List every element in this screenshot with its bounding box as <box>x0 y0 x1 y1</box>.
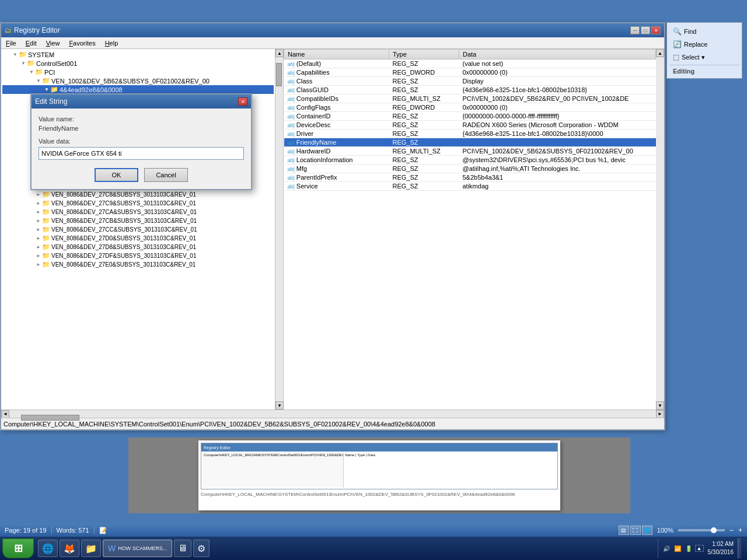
tray-icon-2[interactable]: 📶 <box>673 544 682 553</box>
zoom-percent: 100% <box>657 527 673 534</box>
full-screen-btn[interactable]: ⛶ <box>630 526 641 535</box>
print-layout-btn[interactable]: ▤ <box>619 526 629 535</box>
panel-separator <box>669 65 739 65</box>
find-button[interactable]: 🔍 Find <box>669 25 739 38</box>
word-right-panel: 🔍 Find 🔄 Replace ⬚ Select ▾ Editing <box>666 22 742 79</box>
taskbar-ie2[interactable]: 🦊 <box>60 540 79 557</box>
show-desktop-btn[interactable] <box>738 538 741 558</box>
view-buttons: ▤ ⛶ 🌐 <box>619 526 652 535</box>
taskbar: ⊞ 🌐 🦊 📁 W HOW SCAMMERS... 🖥 ⚙ 🔊 📶 🔋 ▲ 1:… <box>0 537 747 560</box>
taskbar-ie[interactable]: 🌐 <box>38 540 58 557</box>
select-icon: ⬚ <box>673 53 679 61</box>
taskbar-folder[interactable]: 📁 <box>81 540 101 557</box>
value-data-label: Value data: <box>39 138 244 145</box>
taskbar-word[interactable]: W HOW SCAMMERS... <box>103 540 172 557</box>
start-button[interactable]: ⊞ <box>2 538 34 558</box>
system-tray: 🔊 📶 🔋 ▲ 1:02 AM 5/30/2016 <box>658 538 745 558</box>
zoom-slider[interactable] <box>678 529 725 531</box>
dialog-title-text: Edit String <box>35 97 67 106</box>
dialog-cancel-button[interactable]: Cancel <box>144 168 188 182</box>
value-name-display: FriendlyName <box>39 125 244 132</box>
editing-label: Editing <box>669 66 739 76</box>
tray-icon-3[interactable]: 🔋 <box>684 544 693 553</box>
regedit-window: 🗂 Registry Editor ─ □ ✕ File Edit View F… <box>0 22 665 430</box>
web-layout-btn[interactable]: 🌐 <box>642 526 652 535</box>
page-status: Page: 19 of 19 <box>5 527 52 534</box>
dialog-overlay: Edit String ✕ Value name: FriendlyName V… <box>1 23 664 429</box>
dialog-title-bar: Edit String ✕ <box>32 94 251 108</box>
value-data-input[interactable] <box>39 147 244 160</box>
taskbar-app1[interactable]: 🖥 <box>174 540 191 557</box>
word-status-bar: Page: 19 of 19 Words: 571 📝 ▤ ⛶ 🌐 100% −… <box>0 524 747 537</box>
tray-icon-1[interactable]: 🔊 <box>662 544 671 553</box>
select-button[interactable]: ⬚ Select ▾ <box>669 51 739 64</box>
word-doc-thumbnail: Registry Editor Computer\HKEY_LOCAL_MACH… <box>128 438 630 513</box>
zoom-minus-btn[interactable]: − <box>729 526 734 534</box>
binoculars-icon: 🔍 <box>673 27 682 36</box>
zoom-thumb <box>711 527 717 533</box>
dialog-close-button[interactable]: ✕ <box>238 97 247 106</box>
words-status: Words: 571 <box>57 527 95 534</box>
taskbar-app2[interactable]: ⚙ <box>193 540 210 557</box>
edit-string-dialog: Edit String ✕ Value name: FriendlyName V… <box>30 93 252 190</box>
zoom-plus-btn[interactable]: + <box>738 526 742 534</box>
replace-button[interactable]: 🔄 Replace <box>669 38 739 51</box>
clock[interactable]: 1:02 AM 5/30/2016 <box>706 540 736 556</box>
tray-icons-overflow[interactable]: ▲ <box>695 545 704 552</box>
language-icon: 📝 <box>99 527 107 534</box>
value-name-label: Value name: <box>39 116 244 123</box>
dialog-ok-button[interactable]: OK <box>95 168 138 182</box>
replace-icon: 🔄 <box>673 40 682 48</box>
